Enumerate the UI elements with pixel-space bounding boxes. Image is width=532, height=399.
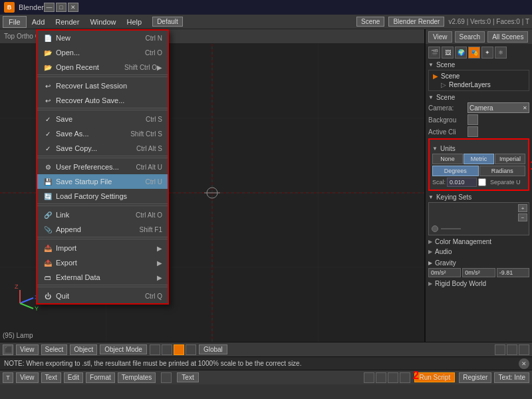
scale-input[interactable] xyxy=(447,178,477,187)
scene-header[interactable]: ▼ Scene xyxy=(428,94,529,101)
text-right-icon-3[interactable] xyxy=(388,372,398,383)
scene-section-header[interactable]: ▼ Scene xyxy=(428,61,529,68)
camera-icon-btn[interactable]: 🎬 xyxy=(428,47,440,59)
menu-append[interactable]: 📎 Append Shift F1 xyxy=(37,222,168,237)
text-right-icon-4[interactable] xyxy=(400,372,410,383)
file-dropdown-menu: 📄 New Ctrl N 📂 Open... Ctrl O 📂 Open Rec… xyxy=(36,29,169,305)
export-icon: 📤 xyxy=(43,257,53,268)
menu-recover-auto[interactable]: ↩ Recover Auto Save... xyxy=(37,93,168,108)
window-controls[interactable]: — □ ✕ xyxy=(44,3,78,12)
text-format-btn[interactable]: Format xyxy=(86,372,115,383)
blender-icon: B xyxy=(4,2,15,13)
menu-external-data[interactable]: 🗃 External Data ▶ xyxy=(37,270,168,285)
gravity-y[interactable]: 0m/s² xyxy=(462,268,495,277)
keying-sets-header[interactable]: ▼ Keying Sets xyxy=(428,194,529,201)
active-clip-picker[interactable] xyxy=(467,126,478,137)
keying-sets-add-btn[interactable]: + xyxy=(518,204,527,212)
text-right-icon-2[interactable] xyxy=(376,372,386,383)
gravity-z[interactable]: -9.81 xyxy=(497,268,529,277)
world-icon-btn[interactable]: 🌍 xyxy=(455,47,467,59)
gravity-section[interactable]: ▶ Gravity xyxy=(428,259,529,267)
maximize-btn[interactable]: □ xyxy=(56,3,66,12)
all-scenes-tab[interactable]: All Scenes xyxy=(487,31,528,43)
view-btn[interactable]: View xyxy=(16,344,39,355)
register-btn[interactable]: Register xyxy=(459,372,491,383)
layout-selector[interactable]: Default xyxy=(152,17,183,27)
units-degrees-btn[interactable]: Degrees xyxy=(432,166,479,176)
menu-render[interactable]: Render xyxy=(50,17,84,27)
camera-dropdown[interactable]: Camera ✕ xyxy=(467,102,529,113)
menu-save-copy[interactable]: ✓ Save Copy... Ctrl Alt S xyxy=(37,141,168,156)
menu-help[interactable]: Help xyxy=(122,17,148,27)
toolbar-right-1[interactable] xyxy=(495,344,505,355)
menu-group-2: ↩ Recover Last Session ↩ Recover Auto Sa… xyxy=(37,78,168,108)
gravity-x[interactable]: 0m/s² xyxy=(428,268,461,277)
text-templates-btn[interactable]: Templates xyxy=(118,372,156,383)
run-script-btn[interactable]: Run Script xyxy=(414,372,455,382)
menu-load-factory[interactable]: 🔄 Load Factory Settings xyxy=(37,189,168,203)
toolbar-icon-2[interactable] xyxy=(150,344,160,355)
engine-selector[interactable]: Blender Render xyxy=(388,17,444,27)
text-icon-1[interactable] xyxy=(161,372,172,383)
scene-selector[interactable]: Scene xyxy=(356,17,384,27)
text-editor-icon[interactable]: T xyxy=(3,372,13,383)
menu-link[interactable]: 🔗 Link Ctrl Alt O xyxy=(37,207,168,222)
object-btn[interactable]: Object xyxy=(70,344,97,355)
minimize-btn[interactable]: — xyxy=(44,3,55,12)
menu-user-prefs[interactable]: ⚙ User Preferences... Ctrl Alt U xyxy=(37,160,168,174)
menu-open-recent[interactable]: 📂 Open Recent Shift Ctrl O ▶ xyxy=(37,60,168,74)
text-view-btn[interactable]: View xyxy=(16,372,39,383)
global-btn[interactable]: Global xyxy=(199,344,227,354)
units-imperial-btn[interactable]: Imperial xyxy=(495,154,525,164)
menu-save[interactable]: ✓ Save Ctrl S xyxy=(37,112,168,126)
menu-add[interactable]: Add xyxy=(27,17,51,27)
particles-icon-btn[interactable]: ✦ xyxy=(481,47,493,59)
version-info: v2.69 | Verts:0 | Faces:0 | T xyxy=(448,18,529,25)
text-text-btn[interactable]: Text xyxy=(41,372,61,383)
save-copy-icon: ✓ xyxy=(43,143,53,154)
menu-new[interactable]: 📄 New Ctrl N xyxy=(37,31,168,45)
bg-color-picker[interactable] xyxy=(467,114,478,125)
text-right-icons xyxy=(364,372,410,383)
menu-recover-last[interactable]: ↩ Recover Last Session xyxy=(37,78,168,93)
text-edit-btn[interactable]: Edit xyxy=(64,372,83,383)
select-btn[interactable]: Select xyxy=(41,344,68,355)
render-layers-label: RenderLayers xyxy=(449,81,491,88)
menu-open[interactable]: 📂 Open... Ctrl O xyxy=(37,45,168,60)
rigid-body-section[interactable]: ▶ Rigid Body World xyxy=(428,279,529,289)
text-right-icon-1[interactable] xyxy=(364,372,374,383)
units-none-btn[interactable]: None xyxy=(432,154,463,164)
menu-file[interactable]: File xyxy=(3,16,27,28)
toolbar-right-3[interactable] xyxy=(519,344,529,355)
keying-sets-remove-btn[interactable]: − xyxy=(518,213,527,221)
mode-selector[interactable]: Object Mode xyxy=(100,344,147,354)
units-radians-btn[interactable]: Radians xyxy=(479,166,526,176)
search-tab[interactable]: Search xyxy=(455,31,485,43)
close-btn[interactable]: ✕ xyxy=(68,3,78,12)
separate-checkbox[interactable] xyxy=(478,178,486,186)
menu-window[interactable]: Window xyxy=(84,17,121,27)
scene-icon-btn[interactable]: 🎭 xyxy=(468,47,480,59)
keying-sets-area: + − xyxy=(428,202,529,235)
toolbar-icon-1[interactable]: ⬛ xyxy=(3,344,13,355)
view-tab[interactable]: View xyxy=(428,31,452,43)
text-type-selector[interactable]: Text xyxy=(177,372,198,382)
toolbar-icon-active[interactable] xyxy=(174,344,184,355)
menu-import[interactable]: 📥 Import ▶ xyxy=(37,241,168,255)
menu-save-as[interactable]: ✓ Save As... Shift Ctrl S xyxy=(37,126,168,141)
menu-quit[interactable]: ⏻ Quit Ctrl Q xyxy=(37,289,168,303)
units-header[interactable]: ▼ Units xyxy=(432,145,525,152)
note-close-btn[interactable]: ✕ xyxy=(519,358,529,369)
render-icon-btn[interactable]: 🖼 xyxy=(442,47,454,59)
toolbar-right-2[interactable] xyxy=(507,344,517,355)
recover-last-icon: ↩ xyxy=(43,80,53,91)
audio-section[interactable]: ▶ Audio xyxy=(428,247,529,257)
toolbar-icon-4[interactable] xyxy=(186,344,196,355)
toolbar-icon-3[interactable] xyxy=(162,344,172,355)
physics-icon-btn[interactable]: ⚛ xyxy=(495,47,507,59)
units-metric-btn[interactable]: Metric xyxy=(464,154,494,164)
color-mgmt-section[interactable]: ▶ Color Management xyxy=(428,237,529,247)
menu-export[interactable]: 📤 Export ▶ xyxy=(37,255,168,270)
menu-save-startup[interactable]: 💾 Save Startup File Ctrl U xyxy=(37,174,168,189)
text-int-btn[interactable]: Text: Inte xyxy=(494,372,529,383)
